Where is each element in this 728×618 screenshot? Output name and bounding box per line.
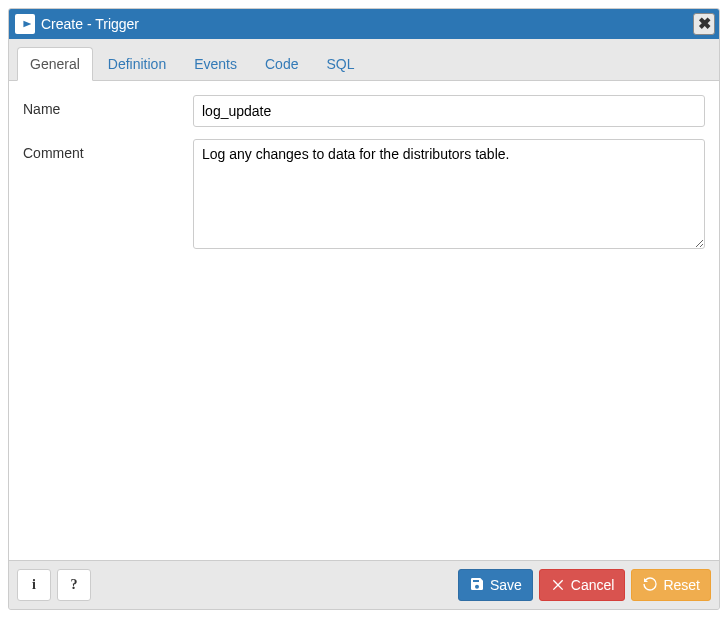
- info-button[interactable]: i: [17, 569, 51, 601]
- tab-events[interactable]: Events: [181, 47, 250, 81]
- tab-definition[interactable]: Definition: [95, 47, 179, 81]
- trigger-icon: [15, 14, 35, 34]
- dialog-titlebar: Create - Trigger ✖: [9, 9, 719, 39]
- save-button[interactable]: Save: [458, 569, 533, 601]
- comment-label: Comment: [23, 139, 193, 252]
- comment-row: Comment: [23, 139, 705, 252]
- close-button[interactable]: ✖: [693, 13, 715, 35]
- tab-code[interactable]: Code: [252, 47, 311, 81]
- comment-input[interactable]: [193, 139, 705, 249]
- save-icon: [469, 576, 485, 595]
- cancel-label: Cancel: [571, 577, 615, 593]
- dialog-title: Create - Trigger: [41, 16, 687, 32]
- help-icon: ?: [71, 577, 78, 593]
- cancel-icon: [550, 576, 566, 595]
- cancel-button[interactable]: Cancel: [539, 569, 626, 601]
- name-input[interactable]: [193, 95, 705, 127]
- name-row: Name: [23, 95, 705, 127]
- close-icon: ✖: [698, 16, 711, 32]
- tab-bar: General Definition Events Code SQL: [9, 39, 719, 81]
- tab-sql[interactable]: SQL: [313, 47, 367, 81]
- help-button[interactable]: ?: [57, 569, 91, 601]
- info-icon: i: [32, 577, 36, 593]
- reset-label: Reset: [663, 577, 700, 593]
- create-trigger-dialog: Create - Trigger ✖ General Definition Ev…: [8, 8, 720, 610]
- dialog-footer: i ? Save Cancel Reset: [9, 560, 719, 609]
- name-label: Name: [23, 95, 193, 127]
- tab-general[interactable]: General: [17, 47, 93, 81]
- tab-content-general: Name Comment: [9, 81, 719, 560]
- save-label: Save: [490, 577, 522, 593]
- reset-button[interactable]: Reset: [631, 569, 711, 601]
- reset-icon: [642, 576, 658, 595]
